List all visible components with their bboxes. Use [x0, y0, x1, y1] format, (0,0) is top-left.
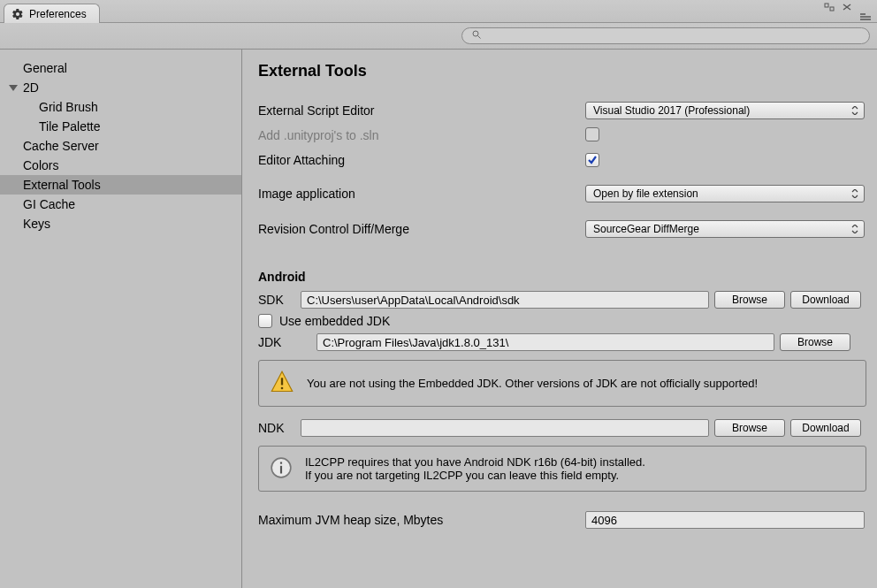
section-heading-android: Android — [258, 270, 866, 284]
browse-jdk-button[interactable]: Browse — [780, 333, 850, 351]
main-panel: External Tools External Script Editor Vi… — [242, 50, 877, 588]
sidebar-item-cache-server[interactable]: Cache Server — [0, 136, 241, 156]
info-line-2: If you are not targeting IL2CPP you can … — [305, 469, 645, 482]
sidebar-item-external-tools[interactable]: External Tools — [0, 175, 241, 195]
search-icon — [471, 29, 482, 42]
svg-rect-5 — [281, 387, 283, 389]
label-use-embedded-jdk: Use embedded JDK — [279, 314, 390, 328]
gear-icon — [11, 8, 24, 20]
label-sdk: SDK — [258, 293, 295, 307]
checkbox-add-unityproj — [585, 127, 599, 141]
svg-line-3 — [478, 36, 481, 39]
sidebar-item-colors[interactable]: Colors — [0, 156, 241, 175]
dropdown-value: Visual Studio 2017 (Professional) — [593, 104, 750, 117]
checkbox-editor-attaching[interactable] — [585, 153, 599, 167]
row-revision-control: Revision Control Diff/Merge SourceGear D… — [258, 217, 866, 241]
sidebar-item-general[interactable]: General — [0, 58, 241, 78]
sidebar-item-label: Colors — [23, 158, 58, 172]
input-sdk-path[interactable] — [301, 291, 709, 309]
download-sdk-button[interactable]: Download — [790, 291, 861, 309]
sidebar-item-tile-palette[interactable]: Tile Palette — [0, 117, 241, 136]
sidebar-item-label: Keys — [23, 217, 50, 231]
row-image-application: Image application Open by file extension — [258, 181, 866, 206]
row-use-embedded-jdk: Use embedded JDK — [258, 314, 866, 328]
search-input[interactable] — [487, 31, 860, 42]
browse-ndk-button[interactable]: Browse — [714, 419, 785, 437]
svg-rect-4 — [281, 378, 283, 385]
sidebar-item-label: External Tools — [23, 178, 101, 192]
svg-rect-8 — [280, 462, 282, 463]
sidebar-item-grid-brush[interactable]: Grid Brush — [0, 97, 241, 117]
page-title: External Tools — [258, 62, 866, 80]
warning-message: You are not using the Embedded JDK. Othe… — [307, 377, 758, 390]
chevron-updown-icon — [851, 106, 858, 115]
label-jdk: JDK — [258, 335, 311, 349]
info-message: IL2CPP requires that you have Android ND… — [305, 455, 645, 482]
row-add-unityproj: Add .unityproj's to .sln — [258, 123, 866, 148]
info-icon — [270, 456, 293, 482]
input-ndk-path[interactable] — [301, 419, 709, 437]
sidebar-item-keys[interactable]: Keys — [0, 214, 241, 233]
window-tab-preferences[interactable]: Preferences — [4, 4, 100, 23]
dropdown-value: Open by file extension — [593, 187, 698, 200]
row-editor-attaching: Editor Attaching — [258, 148, 866, 172]
row-script-editor: External Script Editor Visual Studio 201… — [258, 98, 866, 123]
svg-rect-0 — [825, 4, 828, 7]
info-line-1: IL2CPP requires that you have Android ND… — [305, 455, 645, 469]
warning-icon — [270, 370, 294, 397]
window-close-icon[interactable] — [842, 2, 854, 12]
chevron-updown-icon — [851, 189, 858, 198]
search-box[interactable] — [461, 27, 870, 44]
label-ndk: NDK — [258, 421, 295, 435]
svg-rect-7 — [280, 465, 282, 473]
titlebar: Preferences — [0, 0, 877, 23]
label-add-unityproj: Add .unityproj's to .sln — [258, 128, 585, 142]
dropdown-value: SourceGear DiffMerge — [593, 223, 699, 235]
svg-rect-1 — [830, 7, 834, 11]
sidebar-item-label: Cache Server — [23, 139, 99, 153]
label-image-application: Image application — [258, 187, 585, 201]
window-controls — [824, 2, 872, 12]
tab-title: Preferences — [29, 8, 87, 20]
sidebar-item-label: GI Cache — [23, 197, 75, 211]
window-menu-icon[interactable] — [859, 11, 872, 21]
input-jdk-path[interactable] — [316, 333, 774, 351]
check-icon — [587, 155, 598, 165]
info-ndk-box: IL2CPP requires that you have Android ND… — [258, 446, 866, 492]
sidebar-item-gi-cache[interactable]: GI Cache — [0, 195, 241, 214]
label-jvm-heap: Maximum JVM heap size, Mbytes — [258, 513, 585, 527]
chevron-down-icon — [9, 85, 18, 91]
svg-point-2 — [473, 31, 478, 36]
sidebar-item-label: General — [23, 61, 67, 75]
sidebar-item-label: 2D — [23, 80, 39, 95]
dropdown-revision-control[interactable]: SourceGear DiffMerge — [585, 220, 865, 238]
sidebar-item-2d[interactable]: 2D — [0, 78, 241, 97]
label-revision-control: Revision Control Diff/Merge — [258, 222, 585, 236]
download-ndk-button[interactable]: Download — [790, 419, 861, 437]
row-ndk: NDK Browse Download — [258, 419, 866, 437]
row-jvm-heap: Maximum JVM heap size, Mbytes — [258, 511, 866, 529]
row-sdk: SDK Browse Download — [258, 291, 866, 309]
search-row — [0, 23, 877, 50]
sidebar: General 2D Grid Brush Tile Palette Cache… — [0, 50, 242, 588]
dropdown-script-editor[interactable]: Visual Studio 2017 (Professional) — [585, 102, 865, 119]
input-jvm-heap[interactable] — [585, 511, 865, 529]
row-jdk: JDK Browse — [258, 333, 866, 351]
window-detach-icon[interactable] — [824, 2, 836, 12]
warning-jdk-box: You are not using the Embedded JDK. Othe… — [258, 360, 866, 407]
sidebar-item-label: Grid Brush — [39, 100, 98, 114]
label-script-editor: External Script Editor — [258, 103, 585, 118]
label-editor-attaching: Editor Attaching — [258, 153, 585, 167]
sidebar-item-label: Tile Palette — [39, 119, 101, 134]
browse-sdk-button[interactable]: Browse — [714, 291, 785, 309]
chevron-updown-icon — [851, 225, 858, 233]
dropdown-image-application[interactable]: Open by file extension — [585, 185, 865, 202]
checkbox-use-embedded-jdk[interactable] — [258, 314, 272, 328]
